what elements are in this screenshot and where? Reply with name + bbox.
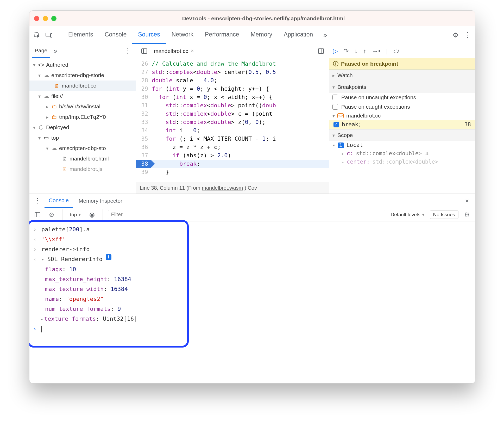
toggle-navigator-icon[interactable] <box>139 46 150 57</box>
caught-exceptions-checkbox[interactable] <box>332 104 338 110</box>
live-expression-icon[interactable]: ◉ <box>86 209 97 220</box>
separator <box>62 209 62 220</box>
step-into-button[interactable]: ↓ <box>354 47 357 55</box>
overflow-icon[interactable] <box>50 46 61 57</box>
chevron-down-icon <box>32 62 36 68</box>
editor-tab-mandelbrot-cc[interactable]: mandelbrot.cc × <box>152 48 196 54</box>
chevron-down-icon <box>45 145 49 151</box>
execution-context-selector[interactable]: top ▾ <box>68 211 83 218</box>
debugger-toolbar: ▷ ↷ ↓ ↑ →• | ⬭̸ <box>329 44 475 58</box>
console-object-property[interactable]: flags: 10 <box>45 264 471 274</box>
deactivate-breakpoints-button[interactable]: ⬭̸ <box>394 47 399 55</box>
drawer-tabs: Console Memory Inspector × <box>29 194 475 208</box>
svg-rect-7 <box>35 212 40 217</box>
close-tab-icon[interactable]: × <box>191 48 194 54</box>
console-object-property[interactable]: name: "opengles2" <box>45 294 471 304</box>
tab-sources[interactable]: Sources <box>132 26 166 44</box>
console-object-property[interactable]: texture_formats: Uint32[16] <box>45 314 471 324</box>
drawer-tab-memory-inspector[interactable]: Memory Inspector <box>74 194 127 208</box>
tab-elements[interactable]: Elements <box>62 26 99 44</box>
code-area[interactable]: 2627282930313233343536373839 // Calculat… <box>136 58 329 182</box>
console-output-row[interactable]: ‹ SDL_RendererInfo i <box>33 254 471 264</box>
console-object-property[interactable]: max_texture_height: 16384 <box>45 274 471 284</box>
step-out-button[interactable]: ↑ <box>363 47 366 55</box>
tree-domain[interactable]: ☁emscripten-dbg-sto <box>29 143 136 153</box>
console-prompt[interactable]: › <box>33 324 471 334</box>
chevron-right-icon <box>341 150 344 157</box>
toggle-debugger-icon[interactable] <box>316 46 326 57</box>
sources-panel: Page <>Authored ☁emscripten-dbg-storie 🗎… <box>29 44 475 194</box>
device-toolbar-icon[interactable] <box>43 30 54 41</box>
tree-frame-top[interactable]: ▭top <box>29 133 136 143</box>
scope-local[interactable]: LLocal <box>329 141 475 149</box>
tab-performance[interactable]: Performance <box>199 26 245 44</box>
tab-application[interactable]: Application <box>278 26 319 44</box>
tab-console[interactable]: Console <box>99 26 132 44</box>
tree-file-js[interactable]: 🗎mandelbrot.js <box>29 164 136 174</box>
info-badge-icon[interactable]: i <box>106 254 111 260</box>
chevron-down-icon <box>37 72 41 78</box>
navigator-tab-page[interactable]: Page <box>32 44 50 58</box>
chevron-right-icon <box>332 72 335 78</box>
tree-folder[interactable]: 🗀b/s/w/ir/x/w/install <box>29 101 136 112</box>
console-output[interactable]: ›palette[200].a ‹'\\xff' ›renderer->info… <box>29 221 475 383</box>
drawer-tab-console[interactable]: Console <box>45 194 73 208</box>
more-menu-icon[interactable] <box>122 46 133 57</box>
more-menu-icon[interactable] <box>462 30 473 41</box>
clear-console-icon[interactable]: ⊘ <box>46 209 57 220</box>
titlebar: DevTools - emscripten-dbg-stories.netlif… <box>29 11 475 26</box>
close-window-button[interactable] <box>34 16 39 21</box>
watch-section[interactable]: Watch <box>329 70 475 81</box>
breakpoint-row[interactable]: break;38 <box>329 120 475 129</box>
drawer-panel: Console Memory Inspector × ⊘ top ▾ ◉ Fil… <box>29 194 475 383</box>
tree-group-authored[interactable]: <>Authored <box>29 60 136 70</box>
line-gutter[interactable]: 2627282930313233343536373839 <box>136 58 151 182</box>
scope-variable[interactable]: c: std::complex<double>⌗ <box>329 149 475 158</box>
issues-button[interactable]: No Issues <box>430 210 458 219</box>
scope-variable[interactable]: center: std::complex<double> <box>329 158 475 166</box>
uncaught-exceptions-checkbox[interactable] <box>332 95 338 100</box>
console-input-row: ›renderer->info <box>33 244 471 254</box>
window-title: DevTools - emscripten-dbg-stories.netlif… <box>56 15 470 22</box>
console-object-property[interactable]: num_texture_formats: 9 <box>45 304 471 314</box>
minimize-window-button[interactable] <box>43 16 48 21</box>
close-drawer-icon[interactable]: × <box>462 195 473 206</box>
step-button[interactable]: →• <box>372 47 380 55</box>
console-settings-icon[interactable] <box>462 209 473 220</box>
tree-domain[interactable]: ☁emscripten-dbg-storie <box>29 70 136 81</box>
code-lines[interactable]: // Calculate and draw the Mandelbrotstd:… <box>151 58 329 182</box>
console-toolbar: ⊘ top ▾ ◉ Filter Default levels ▾ No Iss… <box>29 208 475 221</box>
log-levels-selector[interactable]: Default levels ▾ <box>388 212 426 218</box>
breakpoint-file-row[interactable]: <>mandelbrot.cc <box>329 112 475 120</box>
more-menu-icon[interactable] <box>32 195 43 206</box>
breakpoints-section: Breakpoints Pause on uncaught exceptions… <box>329 81 475 129</box>
svg-rect-3 <box>142 49 147 53</box>
overflow-icon[interactable] <box>320 30 331 41</box>
chevron-down-icon <box>32 124 36 131</box>
tree-folder[interactable]: 🗀tmp/tmp.ELcTq2Y0 <box>29 112 136 122</box>
memory-icon[interactable]: ⌗ <box>425 150 429 157</box>
resume-button[interactable]: ▷ <box>333 47 338 55</box>
tab-memory[interactable]: Memory <box>245 26 278 44</box>
console-output-row: ‹'\\xff' <box>33 234 471 244</box>
tree-file-scheme[interactable]: ☁file:// <box>29 91 136 101</box>
toggle-console-sidebar-icon[interactable] <box>32 209 43 220</box>
paused-banner: ⓘ Paused on breakpoint <box>329 58 475 70</box>
tree-group-deployed[interactable]: ⬡Deployed <box>29 122 136 133</box>
inspect-element-icon[interactable] <box>32 30 42 41</box>
tree-file-html[interactable]: 🗎mandelbrot.html <box>29 153 136 164</box>
chevron-down-icon <box>37 93 41 99</box>
breakpoint-checkbox[interactable] <box>333 122 339 127</box>
chevron-right-icon <box>45 103 49 110</box>
source-file-icon: <> <box>337 113 344 118</box>
chevron-down-icon[interactable] <box>41 254 44 264</box>
tab-network[interactable]: Network <box>166 26 199 44</box>
settings-gear-icon[interactable] <box>450 30 461 41</box>
scope-section: Scope LLocal c: std::complex<double>⌗ ce… <box>329 129 475 166</box>
console-object-property[interactable]: max_texture_width: 16384 <box>45 284 471 294</box>
tree-file-mandelbrot-cc[interactable]: 🗎mandelbrot.cc <box>29 81 136 91</box>
console-filter-input[interactable]: Filter <box>108 210 385 219</box>
zoom-window-button[interactable] <box>51 16 56 21</box>
step-over-button[interactable]: ↷ <box>343 47 349 55</box>
source-map-link[interactable]: mandelbrot.wasm <box>202 185 243 191</box>
